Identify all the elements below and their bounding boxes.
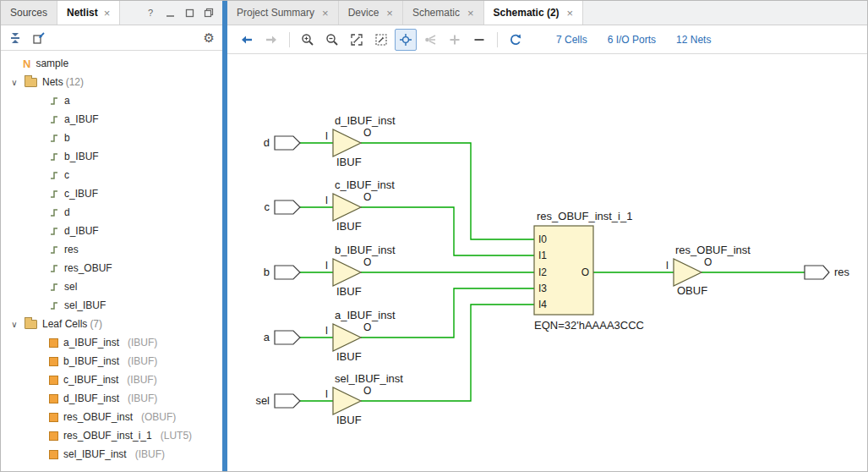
- float-icon[interactable]: [203, 7, 215, 19]
- netlist-root-icon: N: [23, 58, 30, 70]
- forward-button[interactable]: [260, 29, 282, 51]
- close-icon[interactable]: ×: [386, 7, 393, 19]
- tree-root-sample[interactable]: N sample: [1, 54, 222, 73]
- tab-sources[interactable]: Sources: [1, 1, 57, 25]
- collapse-all-icon[interactable]: [8, 31, 22, 45]
- cell-type-label: OBUF: [677, 284, 707, 297]
- help-icon[interactable]: ?: [145, 7, 156, 19]
- tree-group-leaf-cells[interactable]: ∨ Leaf Cells(7): [1, 315, 222, 333]
- scroll-to-selected-icon[interactable]: [32, 31, 46, 45]
- equation-label: EQN=32'hAAAA3CCC: [534, 319, 644, 332]
- tab-schematic[interactable]: Schematic ×: [403, 1, 484, 25]
- tree-item-cell[interactable]: res_OBUF_inst_i_1(LUT5): [1, 426, 222, 445]
- chevron-down-icon[interactable]: ∨: [9, 320, 19, 329]
- ibuf-shape[interactable]: [333, 387, 361, 414]
- nets-count-link[interactable]: 12 Nets: [676, 34, 711, 46]
- tree-label: Leaf Cells(7): [42, 318, 102, 330]
- pin-label: I: [666, 260, 669, 272]
- vivado-window: Sources Netlist × ?: [0, 0, 868, 472]
- tab-device[interactable]: Device ×: [339, 1, 403, 25]
- toolbar-separator: [497, 32, 498, 47]
- netlist-panel: Sources Netlist × ?: [1, 1, 222, 471]
- gear-icon[interactable]: ⚙: [204, 31, 215, 44]
- input-port-shape[interactable]: [275, 394, 300, 408]
- input-port-shape[interactable]: [275, 331, 300, 344]
- netlist-tree: N sample ∨ Nets(12) a a_IBUF b b_IBUF c …: [1, 51, 222, 471]
- tree-item-net[interactable]: d: [1, 203, 222, 222]
- zoom-out-button[interactable]: [321, 29, 343, 51]
- tree-item-cell[interactable]: c_IBUF_inst(IBUF): [1, 370, 222, 389]
- instance-label: res_OBUF_inst: [675, 244, 751, 256]
- tree-item-net[interactable]: res: [1, 240, 222, 259]
- expand-cone-button[interactable]: [419, 29, 441, 51]
- close-icon[interactable]: ×: [567, 7, 574, 19]
- tree-item-net[interactable]: b_IBUF: [1, 147, 222, 166]
- pin-label: I0: [538, 233, 547, 245]
- ibuf-shape[interactable]: [333, 194, 361, 221]
- autofit-selection-button[interactable]: [395, 29, 417, 51]
- net-icon: [49, 170, 59, 180]
- port-label: d: [264, 136, 270, 149]
- input-port-shape[interactable]: [275, 136, 300, 150]
- io-ports-count-link[interactable]: 6 I/O Ports: [608, 34, 656, 46]
- close-icon[interactable]: ×: [322, 7, 329, 19]
- tab-project-summary[interactable]: Project Summary ×: [227, 1, 339, 25]
- instance-label: c_IBUF_inst: [335, 178, 395, 191]
- tree-item-cell[interactable]: b_IBUF_inst(IBUF): [1, 352, 222, 370]
- panel-window-controls: ?: [145, 1, 222, 25]
- instance-label: d_IBUF_inst: [335, 114, 396, 127]
- cells-count-link[interactable]: 7 Cells: [556, 34, 587, 46]
- pin-label: I2: [538, 266, 547, 278]
- ibuf-shape[interactable]: [333, 259, 361, 286]
- pin-label: I: [325, 325, 328, 337]
- net-icon: [49, 226, 59, 236]
- chevron-down-icon[interactable]: ∨: [9, 78, 19, 87]
- instance-label: res_OBUF_inst_i_1: [537, 210, 632, 222]
- tree-item-net[interactable]: b: [1, 129, 222, 147]
- tree-item-net[interactable]: a: [1, 91, 222, 110]
- tab-netlist[interactable]: Netlist ×: [57, 1, 120, 25]
- tree-item-cell[interactable]: a_IBUF_inst(IBUF): [1, 333, 222, 352]
- tree-item-net[interactable]: c: [1, 166, 222, 184]
- tree-item-cell[interactable]: sel_IBUF_inst(IBUF): [1, 445, 222, 464]
- add-to-schematic-button[interactable]: [444, 29, 466, 51]
- input-port-shape[interactable]: [275, 266, 300, 279]
- regenerate-button[interactable]: [505, 29, 527, 51]
- back-button[interactable]: [236, 29, 258, 51]
- ibuf-shape[interactable]: [333, 324, 361, 351]
- port-label: res: [834, 266, 850, 278]
- cell-icon: [49, 357, 58, 366]
- remove-from-schematic-button[interactable]: [468, 29, 490, 51]
- close-icon[interactable]: ×: [467, 7, 474, 19]
- maximize-icon[interactable]: [183, 7, 195, 19]
- minimize-icon[interactable]: [164, 7, 176, 19]
- ibuf-shape[interactable]: [333, 129, 361, 156]
- tree-item-net[interactable]: sel: [1, 277, 222, 296]
- obuf-shape[interactable]: [674, 259, 701, 286]
- output-port-shape[interactable]: [805, 266, 829, 279]
- zoom-selection-button[interactable]: [370, 29, 392, 51]
- pin-label: O: [363, 385, 371, 397]
- zoom-in-button[interactable]: [297, 29, 319, 51]
- close-icon[interactable]: ×: [104, 7, 111, 19]
- net-icon: [49, 133, 59, 143]
- tree-item-net[interactable]: res_OBUF: [1, 259, 222, 277]
- net-icon: [49, 263, 59, 273]
- schematic-canvas[interactable]: d c b a sel d_IBUF_inst I O IBUF c_IBUF_…: [227, 54, 867, 471]
- cell-type-label: IBUF: [336, 414, 362, 426]
- tree-item-net[interactable]: a_IBUF: [1, 110, 222, 129]
- schematic-panel: Project Summary × Device × Schematic × S…: [227, 1, 867, 471]
- cell-type-label: IBUF: [336, 220, 362, 233]
- tree-item-cell[interactable]: d_IBUF_inst(IBUF): [1, 389, 222, 408]
- tree-group-nets[interactable]: ∨ Nets(12): [1, 73, 222, 91]
- zoom-fit-button[interactable]: [346, 29, 368, 51]
- instance-label: a_IBUF_inst: [335, 309, 396, 321]
- tree-item-net[interactable]: c_IBUF: [1, 184, 222, 203]
- cell-icon: [49, 394, 58, 403]
- input-port-shape[interactable]: [275, 200, 300, 214]
- tab-schematic-2[interactable]: Schematic (2) ×: [484, 1, 584, 25]
- net-d-ibuf[interactable]: [361, 143, 534, 239]
- tree-item-net[interactable]: sel_IBUF: [1, 296, 222, 315]
- tree-item-cell[interactable]: res_OBUF_inst(OBUF): [1, 408, 222, 426]
- tree-item-net[interactable]: d_IBUF: [1, 222, 222, 240]
